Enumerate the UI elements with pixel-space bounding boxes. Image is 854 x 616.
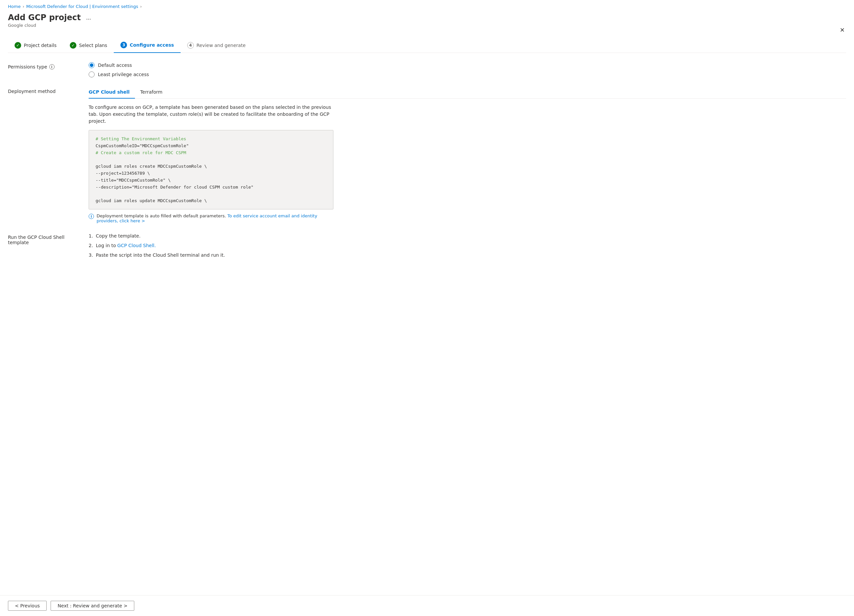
run-cloud-shell-label-col: Run the GCP Cloud Shell template	[8, 233, 81, 245]
step-1-text: Copy the template.	[94, 233, 140, 239]
permissions-type-controls: Default access Least privilege access	[88, 62, 846, 78]
code-line-8: --description="Microsoft Defender for cl…	[96, 184, 326, 191]
step-project-details[interactable]: ✓ Project details	[8, 39, 63, 53]
permissions-type-label: Permissions type i	[8, 64, 81, 70]
page-subtitle: Google cloud	[8, 23, 846, 28]
tab-gcp-cloud-shell[interactable]: GCP Cloud shell	[88, 87, 135, 99]
form-area: Permissions type i Default access Least …	[8, 53, 846, 274]
permissions-radio-group: Default access Least privilege access	[88, 62, 846, 78]
code-block[interactable]: # Setting The Environment Variables Cspm…	[88, 130, 333, 209]
step-configure-access[interactable]: 3 Configure access	[114, 38, 181, 53]
code-line-4	[96, 156, 326, 163]
run-cloud-shell-row: Run the GCP Cloud Shell template 1. Copy…	[8, 233, 846, 259]
deployment-description: To configure access on GCP, a template h…	[88, 104, 333, 125]
step-label-select-plans: Select plans	[79, 43, 107, 48]
step-3-text: Paste the script into the Cloud Shell te…	[94, 252, 225, 259]
step-icon-project-details: ✓	[15, 42, 21, 49]
run-cloud-shell-steps: 1. Copy the template. 2. Log in to GCP C…	[88, 233, 846, 259]
steps-bar: ✓ Project details ✓ Select plans 3 Confi…	[8, 33, 846, 53]
main-header: Add GCP project ... Google cloud ✕	[0, 12, 854, 33]
code-line-10: gcloud iam roles update MDCCspmCustomRol…	[96, 198, 326, 204]
step-label-review-generate: Review and generate	[197, 43, 246, 48]
gcp-cloud-shell-link[interactable]: GCP Cloud Shell.	[117, 242, 156, 249]
ellipsis-button[interactable]: ...	[84, 14, 93, 22]
cloud-shell-steps-list: 1. Copy the template. 2. Log in to GCP C…	[88, 233, 846, 259]
deployment-method-label-col: Deployment method	[8, 87, 81, 94]
radio-least-privilege[interactable]: Least privilege access	[88, 72, 846, 78]
info-bar-static-text: Deployment template is auto filled with …	[96, 213, 226, 218]
code-line-6: --project=123456789 \	[96, 170, 326, 177]
deployment-method-controls: GCP Cloud shell Terraform To configure a…	[88, 87, 846, 223]
permissions-type-info-icon[interactable]: i	[49, 64, 55, 70]
content-wrapper: ✓ Project details ✓ Select plans 3 Confi…	[0, 33, 854, 595]
breadcrumb-separator-1: ›	[23, 4, 24, 9]
info-bar-icon: i	[88, 214, 94, 219]
info-bar: i Deployment template is auto filled wit…	[88, 213, 333, 223]
next-button[interactable]: Next : Review and generate >	[50, 601, 134, 611]
step-label-project-details: Project details	[24, 43, 56, 48]
step-2-number: 2.	[88, 242, 93, 249]
permissions-type-label-col: Permissions type i	[8, 62, 81, 70]
code-line-5: gcloud iam roles create MDCCspmCustomRol…	[96, 163, 326, 170]
code-line-7: --title="MDCCspmCustomRole" \	[96, 177, 326, 184]
step-label-configure-access: Configure access	[130, 42, 174, 48]
info-bar-text: Deployment template is auto filled with …	[96, 213, 333, 223]
code-line-3: # Create a custom role for MDC CSPM	[96, 149, 326, 157]
run-cloud-shell-line1: Run the GCP Cloud Shell	[8, 235, 64, 240]
step-2-text: Log in to	[94, 242, 116, 249]
radio-least-privilege-input[interactable]	[88, 72, 95, 78]
step-icon-review-generate: 4	[187, 42, 194, 49]
tab-gcp-cloud-shell-label: GCP Cloud shell	[88, 89, 130, 95]
run-cloud-shell-label: Run the GCP Cloud Shell template	[8, 235, 81, 245]
step-1-number: 1.	[88, 233, 93, 239]
tab-terraform-label: Terraform	[140, 89, 162, 95]
step-icon-configure-access: 3	[120, 42, 127, 48]
deployment-tab-bar: GCP Cloud shell Terraform	[88, 87, 846, 99]
cloud-shell-step-3: 3. Paste the script into the Cloud Shell…	[88, 252, 846, 259]
radio-default-access-input[interactable]	[88, 62, 95, 68]
breadcrumb: Home › Microsoft Defender for Cloud | En…	[0, 0, 854, 12]
cloud-shell-step-1: 1. Copy the template.	[88, 233, 846, 239]
cloud-shell-step-2: 2. Log in to GCP Cloud Shell.	[88, 242, 846, 249]
step-3-number: 3.	[88, 252, 93, 259]
code-line-9	[96, 191, 326, 198]
tab-terraform[interactable]: Terraform	[135, 87, 168, 99]
radio-default-access[interactable]: Default access	[88, 62, 846, 68]
step-review-generate[interactable]: 4 Review and generate	[181, 39, 252, 53]
radio-default-access-label: Default access	[98, 63, 132, 68]
run-cloud-shell-line2: template	[8, 240, 29, 245]
code-line-1: # Setting The Environment Variables	[96, 136, 326, 143]
page-title: Add GCP project	[8, 13, 81, 22]
radio-least-privilege-label: Least privilege access	[98, 72, 149, 77]
previous-button[interactable]: < Previous	[8, 601, 47, 611]
step-icon-select-plans: ✓	[70, 42, 76, 49]
run-cloud-shell-text: Run the GCP Cloud Shell template	[8, 235, 64, 245]
deployment-method-text: Deployment method	[8, 88, 56, 94]
breadcrumb-home[interactable]: Home	[8, 4, 20, 9]
permissions-type-row: Permissions type i Default access Least …	[8, 62, 846, 78]
breadcrumb-env-settings[interactable]: Microsoft Defender for Cloud | Environme…	[26, 4, 138, 9]
deployment-method-row: Deployment method GCP Cloud shell Terraf…	[8, 87, 846, 223]
breadcrumb-separator-2: ›	[140, 4, 142, 9]
code-line-2: CspmCustomRoleID="MDCCspmCustomRole"	[96, 143, 326, 149]
deployment-method-label: Deployment method	[8, 88, 81, 94]
permissions-type-text: Permissions type	[8, 64, 47, 70]
footer: < Previous Next : Review and generate >	[0, 595, 854, 616]
step-select-plans[interactable]: ✓ Select plans	[63, 39, 114, 53]
